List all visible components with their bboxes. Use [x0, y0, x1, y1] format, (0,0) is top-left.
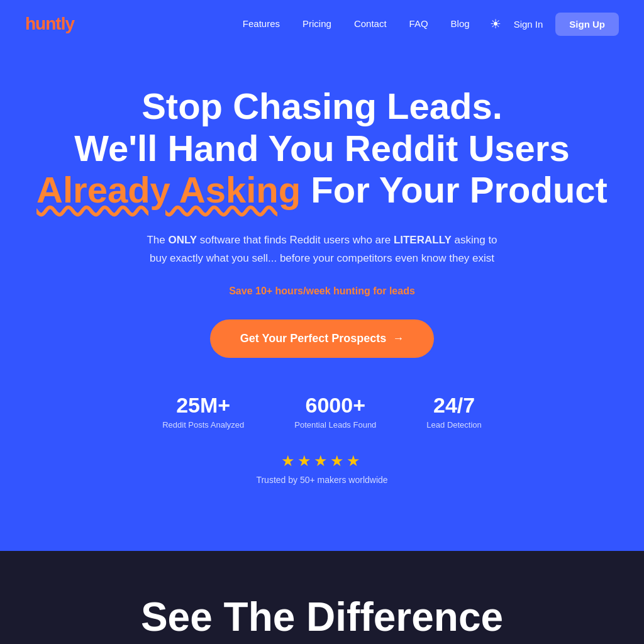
- hero-headline: Stop Chasing Leads. We'll Hand You Reddi…: [25, 86, 619, 211]
- cta-button[interactable]: Get Your Perfect Prospects →: [210, 319, 434, 358]
- save-text: Save 10+ hours/week hunting for leads: [25, 286, 619, 297]
- nav-contact[interactable]: Contact: [354, 18, 387, 29]
- nav-faq[interactable]: FAQ: [409, 18, 428, 29]
- hero-section: Stop Chasing Leads. We'll Hand You Reddi…: [0, 48, 644, 551]
- stat-detection-number: 24/7: [426, 393, 481, 418]
- nav-blog[interactable]: Blog: [451, 18, 470, 29]
- stat-detection: 24/7 Lead Detection: [426, 393, 481, 430]
- cta-label: Get Your Perfect Prospects: [240, 332, 386, 345]
- social-proof: ★★★★★ Trusted by 50+ makers worldwide: [25, 452, 619, 485]
- stat-leads-number: 6000+: [294, 393, 376, 418]
- headline-line2: We'll Hand You Reddit Users: [74, 128, 569, 169]
- nav-actions: ☀ Sign In Sign Up: [490, 13, 619, 36]
- cta-arrow-icon: →: [392, 332, 404, 345]
- stat-leads: 6000+ Potential Leads Found: [294, 393, 376, 430]
- nav-links: Features Pricing Contact FAQ Blog: [243, 18, 470, 30]
- star-rating: ★★★★★: [25, 452, 619, 470]
- bottom-section: See The Difference Huntly Makes: [0, 551, 644, 644]
- trust-text: Trusted by 50+ makers worldwide: [25, 475, 619, 485]
- navbar: huntly Features Pricing Contact FAQ Blog…: [0, 0, 644, 48]
- stat-posts-label: Reddit Posts Analyzed: [162, 420, 244, 430]
- stat-leads-label: Potential Leads Found: [294, 420, 376, 430]
- bottom-headline: See The Difference Huntly Makes: [25, 595, 619, 644]
- headline-highlight: Already Asking: [36, 169, 301, 210]
- theme-toggle-icon[interactable]: ☀: [490, 16, 501, 31]
- nav-features[interactable]: Features: [243, 18, 280, 29]
- hero-subtext: The ONLY software that finds Reddit user…: [146, 231, 498, 268]
- bottom-line2: Huntly Makes: [192, 638, 452, 644]
- logo: huntly: [25, 14, 74, 34]
- signin-button[interactable]: Sign In: [514, 19, 543, 30]
- stats-section: 25M+ Reddit Posts Analyzed 6000+ Potenti…: [25, 393, 619, 430]
- stat-posts: 25M+ Reddit Posts Analyzed: [162, 393, 244, 430]
- headline-line1: Stop Chasing Leads.: [142, 86, 502, 126]
- nav-pricing[interactable]: Pricing: [303, 18, 331, 29]
- stat-detection-label: Lead Detection: [426, 420, 481, 430]
- signup-button[interactable]: Sign Up: [555, 13, 619, 36]
- headline-line3: For Your Product: [311, 169, 608, 210]
- stat-posts-number: 25M+: [162, 393, 244, 418]
- bottom-line1: See The Difference: [141, 594, 503, 640]
